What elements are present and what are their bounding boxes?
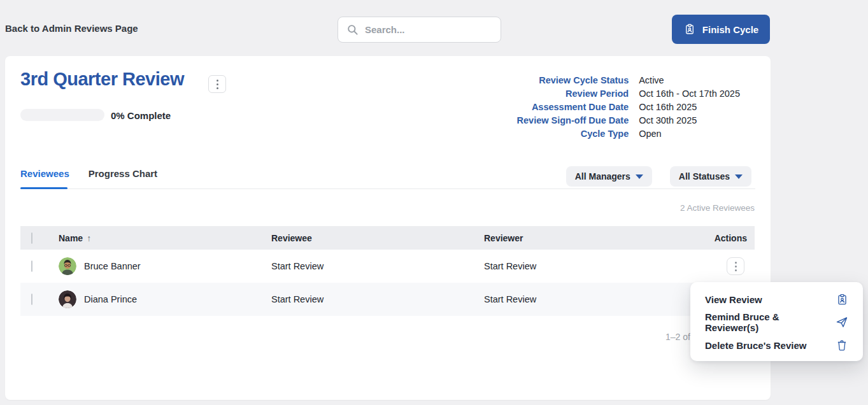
page-title: 3rd Quarter Review	[20, 69, 184, 90]
detail-label: Cycle Type	[517, 127, 629, 141]
search-input[interactable]	[365, 24, 493, 35]
menu-item-view-review[interactable]: View Review	[690, 288, 863, 311]
detail-value: Active	[639, 74, 740, 87]
all-statuses-dropdown[interactable]: All Statuses	[670, 166, 751, 187]
avatar	[59, 257, 76, 275]
filter-bar: All Managers All Statuses	[566, 166, 751, 187]
detail-value: Open	[639, 127, 740, 141]
active-reviewees-count: 2 Active Reviewees	[680, 203, 755, 213]
review-cycle-card: 3rd Quarter Review 0% Complete Review Cy…	[5, 56, 771, 400]
select-all-checkbox[interactable]	[31, 232, 32, 244]
table-header-row: Name↑ Reviewee Reviewer Actions	[20, 226, 755, 250]
search-icon	[346, 24, 359, 36]
reviewee-name[interactable]: Diana Prince	[84, 294, 137, 304]
column-header-reviewer: Reviewer	[484, 233, 709, 243]
reviewee-name[interactable]: Bruce Banner	[84, 261, 141, 271]
clipboard-person-icon	[836, 293, 848, 306]
active-tab-underline	[20, 187, 68, 189]
chevron-down-icon	[636, 174, 643, 179]
page: Back to Admin Reviews Page Finish Cycle …	[0, 0, 868, 405]
row-checkbox[interactable]	[31, 294, 32, 305]
column-header-actions: Actions	[709, 233, 755, 243]
detail-value: Oct 16th 2025	[639, 101, 740, 114]
cycle-details: Review Cycle Status Active Review Period…	[517, 74, 740, 141]
row-checkbox[interactable]	[31, 260, 32, 272]
tab-bar: Reviewees Progress Chart	[20, 168, 157, 188]
column-header-reviewee: Reviewee	[271, 233, 484, 243]
reviewer-status: Start Review	[484, 294, 709, 304]
progress-bar	[20, 109, 104, 121]
cycle-options-kebab-button[interactable]	[208, 75, 226, 93]
reviewee-status: Start Review	[271, 294, 484, 304]
paper-plane-icon	[836, 316, 848, 329]
all-managers-label: All Managers	[575, 171, 630, 181]
sort-asc-icon: ↑	[87, 233, 91, 243]
row-actions-menu: View Review Remind Bruce & Reviewer(s)	[690, 282, 863, 361]
finish-cycle-button[interactable]: Finish Cycle	[672, 15, 770, 44]
pagination-label: 1–2 of	[665, 332, 690, 342]
chevron-down-icon	[735, 174, 743, 179]
avatar	[59, 290, 76, 308]
detail-label: Assessment Due Date	[517, 101, 629, 114]
menu-item-delete[interactable]: Delete Bruce's Review	[690, 334, 863, 357]
reviewer-status: Start Review	[484, 261, 709, 271]
reviewees-table: Name↑ Reviewee Reviewer Actions	[20, 226, 755, 316]
divider	[20, 188, 755, 189]
clipboard-person-icon	[683, 23, 696, 36]
progress-label: 0% Complete	[111, 110, 171, 121]
detail-label: Review Period	[517, 87, 629, 101]
column-header-name[interactable]: Name↑	[59, 233, 271, 243]
table-row: Diana Prince Start Review Start Review	[20, 283, 755, 316]
tab-progress-chart[interactable]: Progress Chart	[89, 168, 157, 188]
tab-reviewees[interactable]: Reviewees	[20, 168, 69, 188]
detail-value: Oct 16th - Oct 17th 2025	[639, 87, 740, 101]
table-row: Bruce Banner Start Review Start Review	[20, 250, 755, 283]
all-statuses-label: All Statuses	[679, 171, 730, 181]
kebab-icon	[735, 262, 737, 264]
detail-value: Oct 30th 2025	[639, 114, 740, 127]
reviewee-status: Start Review	[271, 261, 484, 271]
detail-label: Review Sign-off Due Date	[517, 114, 629, 127]
finish-cycle-label: Finish Cycle	[702, 24, 758, 35]
row-actions-kebab-button[interactable]	[727, 257, 744, 275]
trash-icon	[836, 339, 848, 352]
kebab-icon	[217, 80, 218, 82]
menu-item-remind[interactable]: Remind Bruce & Reviewer(s)	[690, 311, 863, 334]
search-box[interactable]	[338, 17, 501, 43]
back-to-admin-reviews-link[interactable]: Back to Admin Reviews Page	[5, 23, 138, 34]
detail-label: Review Cycle Status	[517, 74, 629, 87]
all-managers-dropdown[interactable]: All Managers	[566, 166, 652, 187]
